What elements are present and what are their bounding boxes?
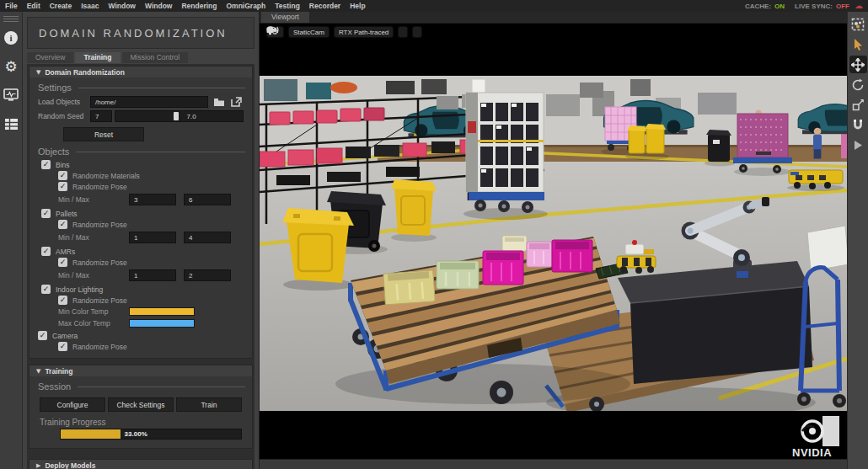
- section-training: ▼ Training Session Configure Check Setti…: [29, 365, 253, 449]
- open-external-icon[interactable]: [229, 96, 244, 108]
- menu-create[interactable]: Create: [50, 2, 72, 10]
- session-title: Session: [38, 381, 245, 392]
- load-objects-input[interactable]: /home/: [90, 96, 208, 108]
- training-progress-bar: 33.00%: [60, 429, 242, 440]
- max-color-temp-row: Max Color Temp: [58, 319, 244, 328]
- scale-tool-icon[interactable]: [849, 96, 867, 114]
- visibility-eye-button[interactable]: [398, 26, 408, 38]
- menu-file[interactable]: File: [5, 2, 18, 10]
- amrs-row: ✓ AMRs: [41, 247, 244, 256]
- settings-title: Settings: [38, 83, 245, 93]
- configure-button[interactable]: Configure: [40, 397, 105, 412]
- pallets-randomize-pose-row: ✓ Randomize Pose: [58, 220, 244, 229]
- lighting-randomize-pose-row: ✓ Randomize Pose: [58, 296, 244, 305]
- domain-randomization-collapse[interactable]: ▼ Domain Randomization: [29, 67, 252, 77]
- play-icon[interactable]: [849, 136, 867, 154]
- slider-handle[interactable]: [174, 112, 179, 120]
- domain-randomization-panel: DOMAIN RANDOMIZATION Overview Training M…: [23, 12, 260, 469]
- rotate-tool-icon[interactable]: [849, 76, 867, 93]
- menu-isaac[interactable]: Isaac: [81, 2, 99, 10]
- section-deploy-models: ▶ Deploy Models: [29, 459, 253, 469]
- menu-edit[interactable]: Edit: [27, 2, 40, 10]
- camera-row: ✓ Camera: [38, 331, 244, 340]
- monitor-graph-icon[interactable]: [0, 81, 23, 109]
- amrs-randomize-pose-checkbox[interactable]: ✓: [58, 258, 67, 267]
- page-title: DOMAIN RANDOMIZATION: [28, 27, 228, 40]
- cache-status: ON: [774, 3, 785, 10]
- amrs-min-input[interactable]: 1: [129, 269, 176, 281]
- bins-row: ✓ Bins: [41, 160, 244, 169]
- deploy-models-collapse[interactable]: ▶ Deploy Models: [29, 460, 252, 469]
- menu-rendering[interactable]: Rendering: [181, 2, 217, 10]
- snap-magnet-icon[interactable]: [849, 116, 867, 134]
- gear-icon[interactable]: ⚙: [0, 52, 23, 81]
- collapse-open-icon: ▼: [36, 368, 40, 375]
- menu-omnigraph[interactable]: OmniGraph: [227, 2, 266, 10]
- bins-randomize-pose-checkbox[interactable]: ✓: [58, 182, 67, 191]
- cursor-icon[interactable]: [849, 35, 867, 53]
- cache-label: CACHE:: [745, 3, 771, 10]
- pallets-randomize-pose-checkbox[interactable]: ✓: [58, 220, 67, 229]
- bins-checkbox[interactable]: ✓: [41, 160, 51, 169]
- tab-mission-control[interactable]: Mission Control: [122, 52, 189, 63]
- reset-button[interactable]: Reset: [63, 127, 144, 141]
- scene-parts-cart: [463, 79, 548, 220]
- collapse-open-icon: ▼: [36, 69, 40, 76]
- select-marquee-icon[interactable]: [849, 15, 867, 33]
- camera-randomize-pose-checkbox[interactable]: ✓: [58, 342, 67, 351]
- viewport-scene[interactable]: NVIDIA: [260, 24, 847, 459]
- folder-icon[interactable]: [212, 96, 226, 108]
- indoor-lighting-checkbox[interactable]: ✓: [41, 285, 51, 294]
- camera-checkbox[interactable]: ✓: [38, 331, 47, 340]
- tab-training[interactable]: Training: [75, 52, 120, 63]
- svg-text:NVIDIA: NVIDIA: [792, 446, 832, 459]
- menu-window-2[interactable]: Window: [145, 2, 173, 10]
- random-seed-slider[interactable]: 7.0: [115, 110, 244, 122]
- train-button[interactable]: Train: [176, 397, 242, 412]
- table-icon[interactable]: [0, 109, 23, 138]
- left-icon-strip: i ⚙: [0, 12, 23, 469]
- load-objects-label: Load Objects: [38, 98, 90, 106]
- bins-randomize-materials-checkbox[interactable]: ✓: [58, 171, 67, 180]
- random-seed-input[interactable]: 7: [90, 110, 112, 122]
- pallets-min-input[interactable]: 1: [129, 232, 176, 243]
- max-color-temp-swatch[interactable]: [129, 319, 195, 328]
- min-color-temp-swatch[interactable]: [129, 307, 195, 316]
- load-objects-row: Load Objects /home/: [38, 96, 244, 108]
- check-settings-button[interactable]: Check Settings: [108, 397, 174, 412]
- menu-window-1[interactable]: Window: [108, 2, 136, 10]
- physics-signal-icon: [266, 26, 280, 34]
- tab-overview[interactable]: Overview: [27, 52, 73, 63]
- info-icon[interactable]: i: [0, 24, 23, 52]
- random-seed-row: Random Seed 7 7.0: [38, 110, 244, 122]
- camera-selector-button[interactable]: StaticCam: [288, 26, 330, 38]
- menu-recorder[interactable]: Recorder: [309, 2, 340, 10]
- cloud-sync-icon[interactable]: ☁: [855, 2, 863, 10]
- live-sync-label: LIVE SYNC:: [795, 3, 833, 10]
- menu-testing[interactable]: Testing: [275, 2, 300, 10]
- pallets-row: ✓ Pallets: [41, 209, 244, 218]
- right-toolbar: [847, 12, 868, 469]
- amrs-checkbox[interactable]: ✓: [41, 247, 51, 256]
- training-progress-label: Training Progress: [40, 418, 244, 427]
- isaac-sim-window: File Edit Create Isaac Window Window Ren…: [0, 0, 868, 469]
- viewport-tabbar: Viewport: [260, 12, 847, 24]
- amrs-max-input[interactable]: 2: [184, 269, 231, 281]
- pallets-checkbox[interactable]: ✓: [41, 209, 51, 218]
- section-label: Domain Randomization: [45, 68, 124, 77]
- bins-randomize-pose-row: ✓ Randomize Pose: [58, 182, 244, 191]
- renderer-selector-button[interactable]: RTX Path-traced: [334, 26, 394, 38]
- panel-drag-handle[interactable]: [3, 14, 19, 24]
- viewport[interactable]: ⚙ StaticCam RTX Path: [260, 24, 847, 459]
- bins-min-input[interactable]: 3: [129, 194, 176, 205]
- move-tool-icon[interactable]: [849, 56, 867, 73]
- pallets-max-input[interactable]: 4: [184, 232, 231, 243]
- bins-randomize-materials-row: ✓ Randomize Materials: [58, 171, 244, 180]
- live-sync-status: OFF: [836, 3, 849, 10]
- menu-help[interactable]: Help: [350, 2, 365, 10]
- physics-signal-button[interactable]: [412, 26, 422, 38]
- tab-viewport[interactable]: Viewport: [261, 12, 309, 23]
- bins-max-input[interactable]: 6: [184, 194, 231, 205]
- lighting-randomize-pose-checkbox[interactable]: ✓: [58, 296, 67, 305]
- training-collapse[interactable]: ▼ Training: [29, 365, 252, 376]
